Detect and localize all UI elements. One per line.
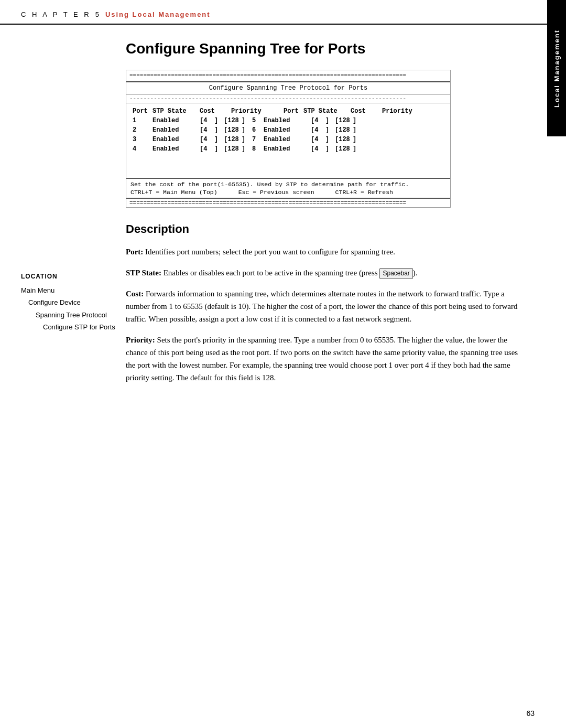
terminal-sub-border: ----------------------------------------… <box>126 94 450 103</box>
table-row: 4 Enabled [4 ] [128 ] 8 Enabled [4 ] [12… <box>133 145 444 153</box>
page-number: 63 <box>526 709 535 718</box>
sidebar-item-main-menu: Main Menu <box>21 284 115 296</box>
sidebar-item-configure-stp: Configure STP for Ports <box>21 321 115 333</box>
esc-label: Esc = Previous screen <box>238 189 314 196</box>
table-row: 2 Enabled [4 ] [128 ] 6 Enabled [4 ] [12… <box>133 126 444 134</box>
terminal-top-border: ========================================… <box>126 70 450 81</box>
port-label: Port: <box>126 248 143 256</box>
chapter-num: 5 <box>95 10 101 18</box>
ctrl-r-label: CTRL+R = Refresh <box>335 189 393 196</box>
sidebar-item-spanning-tree: Spanning Tree Protocol <box>21 309 115 321</box>
stp-state-text: Enables or disables each port to be acti… <box>164 269 380 277</box>
cost-label: Cost: <box>126 290 144 298</box>
sidebar: LOCATION Main Menu Configure Device Span… <box>21 273 115 334</box>
sidebar-item-configure-device: Configure Device <box>21 296 115 308</box>
chapter-title: Using Local Management <box>105 10 211 18</box>
description-title: Description <box>126 222 524 236</box>
main-content: Configure Spanning Tree for Ports ======… <box>0 25 566 413</box>
terminal-box: ========================================… <box>126 70 451 208</box>
terminal-header: Configure Spanning Tree Protocol for Por… <box>126 81 450 94</box>
priority-text: Sets the port's priority in the spanning… <box>126 336 518 382</box>
description-stp-state: STP State: Enables or disables each port… <box>126 266 524 279</box>
spacebar-key: Spacebar <box>379 268 412 279</box>
terminal-body: Port STP State Cost Priority Port STP St… <box>126 103 450 178</box>
page-title: Configure Spanning Tree for Ports <box>126 40 524 57</box>
stp-state-text2: ). <box>413 269 418 277</box>
port-text: Identifies port numbers; select the port… <box>145 248 395 256</box>
table-row: 3 Enabled [4 ] [128 ] 7 Enabled [4 ] [12… <box>133 136 444 143</box>
ctrl-t-label: CTRL+T = Main Menu (Top) <box>130 189 217 196</box>
terminal-footer-line1: Set the cost of the port(1-65535). Used … <box>130 181 446 188</box>
stp-state-label: STP State: <box>126 269 161 277</box>
table-row: 1 Enabled [4 ] [128 ] 5 Enabled [4 ] [12… <box>133 117 444 124</box>
description-port: Port: Identifies port numbers; select th… <box>126 245 524 258</box>
terminal-footer: Set the cost of the port(1-65535). Used … <box>126 178 450 198</box>
terminal-footer-line2: CTRL+T = Main Menu (Top) Esc = Previous … <box>130 189 446 196</box>
terminal-col-headers: Port STP State Cost Priority Port STP St… <box>133 108 444 115</box>
sidebar-location-label: LOCATION <box>21 273 115 280</box>
priority-label: Priority: <box>126 336 155 344</box>
cost-text: Forwards information to spanning tree, w… <box>126 290 517 323</box>
terminal-bottom-border: ========================================… <box>126 198 450 207</box>
page-header: C H A P T E R 5 Using Local Management <box>0 0 566 25</box>
chapter-label: C H A P T E R <box>21 10 91 18</box>
description-cost: Cost: Forwards information to spanning t… <box>126 287 524 325</box>
description-priority: Priority: Sets the port's priority in th… <box>126 334 524 384</box>
